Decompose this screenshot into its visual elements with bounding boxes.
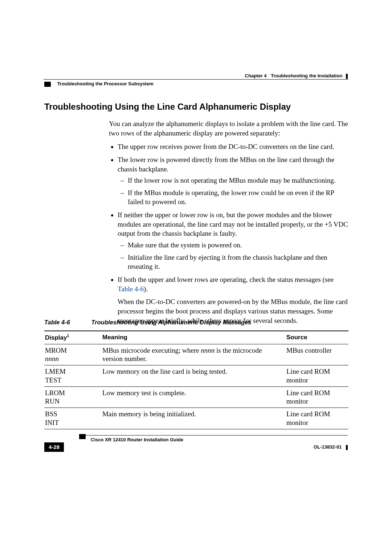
sub-bullet-item: Make sure that the system is powered on. xyxy=(128,240,348,250)
sub-bullet-list: Make sure that the system is powered on.… xyxy=(118,240,348,271)
page-number: 4-28 xyxy=(44,442,64,452)
cell-display: BSS INIT xyxy=(44,408,102,429)
bullet-item: The lower row is powered directly from t… xyxy=(118,155,348,207)
col-source: Source xyxy=(286,331,348,344)
table-row: LMEM TEST Low memory on the line card is… xyxy=(44,365,348,387)
chapter-label: Chapter 4 xyxy=(245,73,267,78)
table-cross-ref-link[interactable]: Table 4-6 xyxy=(118,285,144,293)
sub-bullet-item: If the MBus module is operating, the low… xyxy=(128,188,348,207)
table-title: Troubleshooting Using Alphanumeric Displ… xyxy=(91,319,252,325)
cell-source: MBus controller xyxy=(286,344,348,365)
running-header-right: Chapter 4 Troubleshooting the Installati… xyxy=(245,73,348,79)
col-display: Display1 xyxy=(44,331,102,344)
footer-guide-title: Cisco XR 12410 Router Installation Guide xyxy=(91,437,183,443)
table-row: BSS INIT Main memory is being initialize… xyxy=(44,408,348,429)
table-caption: Table 4-6 Troubleshooting Using Alphanum… xyxy=(44,318,252,326)
messages-table: Display1 Meaning Source MROM nnnn MBus m… xyxy=(44,331,348,429)
cell-meaning: MBus microcode executing; where nnnn is … xyxy=(102,344,286,365)
cell-display: MROM nnnn xyxy=(44,344,102,365)
section-running-title: Troubleshooting the Processor Subsystem xyxy=(57,81,154,86)
table-number: Table 4-6 xyxy=(44,319,70,325)
bullet-list: The upper row receives power from the DC… xyxy=(109,142,348,325)
sub-bullet-list: If the lower row is not operating the MB… xyxy=(118,176,348,207)
running-header-left: Troubleshooting the Processor Subsystem xyxy=(44,81,154,87)
cell-display: LMEM TEST xyxy=(44,365,102,387)
body-text: You can analyze the alphanumeric display… xyxy=(109,117,348,329)
section-heading: Troubleshooting Using the Line Card Alph… xyxy=(44,101,291,113)
cell-meaning: Main memory is being initialized. xyxy=(102,408,286,429)
header-block-icon xyxy=(44,82,51,87)
sub-bullet-item: If the lower row is not operating the MB… xyxy=(128,176,348,185)
table-row: LROM RUN Low memory test is complete. Li… xyxy=(44,386,348,408)
bullet-item: The upper row receives power from the DC… xyxy=(118,142,348,151)
cell-meaning: Low memory on the line card is being tes… xyxy=(102,365,286,387)
header-bar-icon xyxy=(346,74,348,79)
footer-rule xyxy=(84,435,348,436)
cell-source: Line card ROM monitor xyxy=(286,386,348,408)
bullet-item: If neither the upper or lower row is on,… xyxy=(118,210,348,271)
chapter-title: Troubleshooting the Installation xyxy=(271,73,342,78)
intro-paragraph: You can analyze the alphanumeric display… xyxy=(109,119,348,138)
document-id: OL-13832-01 xyxy=(314,444,348,450)
cell-source: Line card ROM monitor xyxy=(286,365,348,387)
cell-meaning: Low memory test is complete. xyxy=(102,386,286,408)
cell-display: LROM RUN xyxy=(44,386,102,408)
bullet-item: If both the upper and lower rows are ope… xyxy=(118,275,348,325)
table-row: MROM nnnn MBus microcode executing; wher… xyxy=(44,344,348,365)
sub-bullet-item: Initialize the line card by ejecting it … xyxy=(128,253,348,271)
header-rule xyxy=(44,79,348,80)
footer-bar-icon xyxy=(346,445,348,450)
table-header-row: Display1 Meaning Source xyxy=(44,331,348,344)
col-meaning: Meaning xyxy=(102,331,286,344)
cell-source: Line card ROM monitor xyxy=(286,408,348,429)
